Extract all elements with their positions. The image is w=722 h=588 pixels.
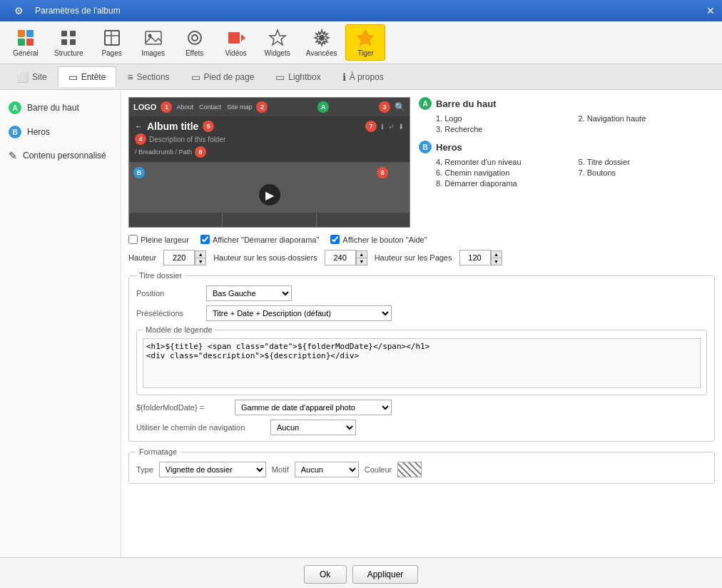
toolbar-effets[interactable]: Effets bbox=[175, 25, 215, 60]
svg-rect-1 bbox=[26, 30, 34, 37]
titlebar-title: Paramètres de l'album bbox=[35, 6, 706, 16]
preview-num-8: 8 bbox=[377, 167, 388, 178]
hauteur-sous-down[interactable]: ▼ bbox=[356, 258, 367, 265]
svg-point-13 bbox=[188, 31, 201, 44]
motif-select[interactable]: Aucun Rayures Points bbox=[295, 462, 359, 477]
legend-b-title: Heros bbox=[436, 142, 462, 153]
preview-panel: LOGO 1 About Contact Site map 2 A 3 🔍 bbox=[128, 97, 410, 228]
svg-rect-15 bbox=[228, 32, 240, 44]
preview-num-7: 7 bbox=[365, 121, 377, 132]
legend-b-item-8: 8. Démarrer diaporama bbox=[436, 179, 573, 188]
legend-b-item-7: 7. Boutons bbox=[579, 168, 716, 177]
sidebar-badge-b: B bbox=[9, 126, 21, 138]
hauteur-sous-input[interactable] bbox=[325, 250, 356, 265]
toolbar: Général Structure Pages Images Effets Vi… bbox=[0, 21, 722, 64]
preview-num-5: 5 bbox=[203, 121, 214, 132]
tab-sections[interactable]: ≡ Sections bbox=[116, 66, 180, 87]
toolbar-general[interactable]: Général bbox=[6, 25, 46, 60]
preselections-select[interactable]: Titre + Date + Description (défaut) Titr… bbox=[206, 305, 392, 321]
toolbar-avancees[interactable]: Avancées bbox=[299, 25, 345, 60]
modele-textarea[interactable]: <h1>${title} <span class="date">${folder… bbox=[143, 338, 701, 388]
hauteur-sous-spinner[interactable]: ▲ ▼ bbox=[325, 250, 367, 265]
hauteur-pages-spinner[interactable]: ▲ ▼ bbox=[459, 250, 502, 265]
tabs-bar: ⬜ Site ▭ Entête ≡ Sections ▭ Pied de pag… bbox=[0, 64, 722, 90]
preview-num-a: A bbox=[317, 101, 329, 113]
ok-button[interactable]: Ok bbox=[304, 565, 347, 584]
preview-share-icon: ⤶ bbox=[388, 123, 394, 131]
toolbar-widgets[interactable]: Widgets bbox=[258, 25, 298, 60]
preview-num-6: 6 bbox=[195, 146, 206, 158]
close-button[interactable]: ✕ bbox=[706, 5, 715, 16]
preview-info-icon: ℹ bbox=[381, 123, 384, 131]
bottom-bar: Ok Appliquer bbox=[0, 557, 722, 588]
afficher-diaporama-input[interactable] bbox=[200, 235, 210, 244]
preview-num-3: 3 bbox=[379, 101, 390, 113]
preview-num-1: 1 bbox=[161, 101, 172, 113]
type-select[interactable]: Vignette de dossier Image de fond Couleu… bbox=[159, 462, 266, 477]
toolbar-pages[interactable]: Pages bbox=[92, 25, 132, 60]
position-select[interactable]: Bas Gauche Bas Droite Haut Gauche Haut D… bbox=[206, 285, 292, 301]
pied-tab-icon: ▭ bbox=[191, 71, 200, 83]
preview-badge-b: B bbox=[133, 167, 145, 178]
tiger-icon bbox=[355, 28, 375, 48]
modele-fieldset: Modèle de légende <h1>${title} <span cla… bbox=[136, 325, 707, 395]
legend-a-item-3: 3. Recherche bbox=[436, 125, 573, 133]
legend-a-badge: A bbox=[419, 97, 432, 110]
preview-download-icon: ⬇ bbox=[398, 123, 404, 131]
site-tab-icon: ⬜ bbox=[16, 71, 29, 83]
apropos-tab-icon: ℹ bbox=[342, 71, 346, 83]
type-label: Type bbox=[136, 465, 153, 474]
navigation-select[interactable]: Aucun Breadcrumb Navigation bbox=[270, 420, 356, 435]
afficher-diaporama-checkbox[interactable]: Afficher "Démarrer diaporama" bbox=[200, 235, 319, 244]
afficher-aide-checkbox[interactable]: Afficher le bouton "Aide" bbox=[330, 235, 427, 244]
couleur-hatch bbox=[397, 462, 422, 477]
hauteur-pages-down[interactable]: ▼ bbox=[491, 258, 502, 265]
toolbar-structure[interactable]: Structure bbox=[47, 25, 91, 60]
pages-icon bbox=[102, 28, 122, 48]
position-label: Position bbox=[136, 289, 200, 298]
sidebar-item-contenu-personnalise[interactable]: ✎ Contenu personnalisé bbox=[0, 144, 121, 167]
sidebar-badge-a: A bbox=[9, 101, 21, 114]
hauteur-label: Hauteur bbox=[128, 253, 156, 262]
preview-back-arrow: ← bbox=[135, 122, 143, 131]
formatage-legend: Formatage bbox=[136, 447, 180, 456]
legend-b-item-6: 6. Chemin navigation bbox=[436, 168, 573, 177]
legend-a-item-2: 2. Navigation haute bbox=[579, 114, 716, 123]
entete-tab-icon: ▭ bbox=[68, 71, 78, 83]
tab-entete[interactable]: ▭ Entête bbox=[58, 66, 117, 87]
hauteur-spinner[interactable]: ▲ ▼ bbox=[163, 250, 206, 265]
general-icon bbox=[16, 28, 36, 48]
pleine-largeur-checkbox[interactable]: Pleine largeur bbox=[128, 235, 189, 244]
hauteur-pages-input[interactable] bbox=[459, 250, 491, 265]
sections-tab-icon: ≡ bbox=[127, 71, 133, 83]
hauteur-down[interactable]: ▼ bbox=[195, 258, 206, 265]
svg-rect-3 bbox=[26, 39, 34, 46]
svg-rect-6 bbox=[61, 39, 67, 45]
pleine-largeur-input[interactable] bbox=[128, 235, 138, 244]
appliquer-button[interactable]: Appliquer bbox=[352, 565, 419, 584]
svg-rect-4 bbox=[61, 31, 67, 36]
afficher-aide-input[interactable] bbox=[330, 235, 340, 244]
foldermoddate-select[interactable]: Gamme de date d'appareil photo Date de m… bbox=[235, 400, 392, 415]
toolbar-images[interactable]: Images bbox=[133, 25, 173, 60]
toolbar-videos[interactable]: Vidéos bbox=[216, 25, 256, 60]
preview-play-btn: ▶ bbox=[259, 184, 280, 206]
preview-search-icon: 🔍 bbox=[395, 102, 405, 112]
tab-lightbox[interactable]: ▭ Lightbox bbox=[265, 66, 331, 87]
legend-b-badge: B bbox=[419, 141, 432, 153]
legend-b-item-4: 4. Remonter d'un niveau bbox=[436, 158, 573, 166]
sidebar-item-barre-du-haut[interactable]: A Barre du haut bbox=[0, 96, 121, 120]
preselections-label: Préséléctions bbox=[136, 309, 200, 318]
legend-panel: A Barre du haut 1. Logo 2. Navigation ha… bbox=[419, 97, 715, 228]
tab-a-propos[interactable]: ℹ À propos bbox=[332, 66, 395, 87]
preview-breadcrumb: / Breadcrumb / Path bbox=[135, 148, 192, 156]
toolbar-tiger[interactable]: Tiger bbox=[345, 24, 385, 61]
tab-pied-de-page[interactable]: ▭ Pied de page bbox=[180, 66, 265, 87]
navigation-label: Utiliser le chemin de navigation bbox=[136, 423, 265, 432]
couleur-label: Couleur bbox=[365, 465, 392, 474]
sidebar-item-heros[interactable]: B Heros bbox=[0, 120, 121, 144]
svg-marker-19 bbox=[357, 30, 373, 46]
hauteur-input[interactable] bbox=[163, 250, 195, 265]
svg-rect-7 bbox=[70, 39, 76, 45]
tab-site[interactable]: ⬜ Site bbox=[6, 66, 58, 87]
